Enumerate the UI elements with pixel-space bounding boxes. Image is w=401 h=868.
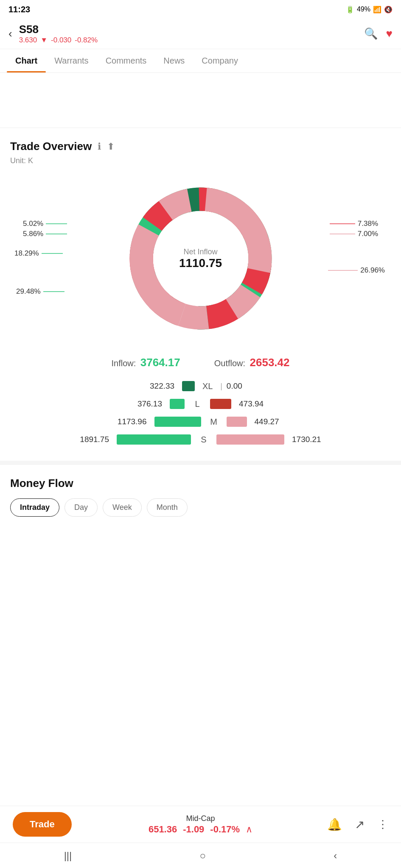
favorite-icon[interactable]: ♥: [386, 27, 393, 40]
inflow-label: Inflow:: [111, 359, 136, 368]
label-738: 7.38%: [330, 220, 378, 228]
bottom-icons: 🔔 ↗ ⋮: [327, 818, 388, 832]
l-category: L: [189, 399, 206, 409]
inflow-summary: Inflow: 3764.17: [111, 356, 180, 369]
bottom-bar: Trade 🔔 ↗ ⋮ Mid-Cap 651.36 -1.09 -0.17% …: [0, 806, 401, 843]
status-bar: 11:23 🔋 49% 📶 🔇: [0, 0, 401, 19]
tab-comments[interactable]: Comments: [97, 49, 155, 72]
m-inflow-val: 1173.96: [79, 417, 147, 426]
xl-inflow-val: 322.33: [107, 381, 174, 391]
tab-warrants[interactable]: Warrants: [46, 49, 97, 72]
s-inflow-bar: [117, 434, 191, 445]
status-icons: 🔋 49% 📶 🔇: [346, 6, 393, 14]
bottom-val1: 651.36: [149, 824, 177, 835]
period-tab-intraday[interactable]: Intraday: [10, 498, 59, 517]
period-tabs: Intraday Day Week Month: [10, 498, 391, 517]
trade-table: 322.33 XL | 0.00 376.13 L 473.94 1173.96…: [10, 381, 391, 445]
l-outflow-bar: [210, 399, 231, 409]
signal-icon: 📶: [373, 6, 381, 14]
bottom-chevron-icon[interactable]: ∧: [246, 824, 252, 835]
nav-bar: ||| ○ ‹: [0, 843, 401, 868]
flow-summary: Inflow: 3764.17 Outflow: 2653.42: [10, 356, 391, 369]
bottom-val2: -1.09: [183, 824, 204, 835]
price-change: -0.030: [51, 36, 71, 45]
nav-menu-button[interactable]: |||: [51, 846, 85, 866]
more-options-icon[interactable]: ⋮: [377, 818, 388, 831]
mid-cap-label: Mid-Cap: [186, 814, 215, 823]
share-bottom-icon[interactable]: ↗: [355, 818, 365, 832]
label-2696: 26.96%: [328, 266, 385, 275]
battery-icon: 🔋: [346, 6, 354, 14]
inflow-value: 3764.17: [140, 356, 180, 369]
l-outflow-val: 473.94: [239, 399, 307, 409]
share-icon[interactable]: ⬆: [107, 141, 115, 152]
label-700: 7.00%: [330, 230, 378, 238]
price-change-pct: -0.82%: [75, 36, 98, 45]
m-category: M: [205, 417, 222, 427]
section-header: Trade Overview ℹ ⬆: [10, 140, 391, 153]
tab-news[interactable]: News: [155, 49, 193, 72]
label-586: 5.86%: [23, 230, 67, 238]
l-inflow-val: 376.13: [94, 399, 162, 409]
stock-header: ‹ S58 3.630 ▼ -0.030 -0.82% 🔍 ♥: [0, 19, 401, 49]
chart-area: [0, 73, 401, 128]
unit-label: Unit: K: [10, 156, 391, 165]
trade-row-m: 1173.96 M 449.27: [14, 417, 387, 427]
label-2948: 29.48%: [16, 287, 64, 296]
bottom-market-info: Mid-Cap 651.36 -1.09 -0.17% ∧: [149, 814, 252, 835]
stock-info: S58 3.630 ▼ -0.030 -0.82%: [19, 23, 364, 45]
stock-ticker: S58: [19, 23, 364, 36]
m-outflow-val: 449.27: [255, 417, 322, 426]
outflow-value: 2653.42: [250, 356, 290, 369]
back-button[interactable]: ‹: [8, 27, 12, 40]
stock-price: 3.630: [19, 36, 37, 45]
trade-overview-section: Trade Overview ℹ ⬆ Unit: K: [0, 128, 401, 461]
trade-overview-title: Trade Overview: [10, 140, 92, 153]
period-tab-day[interactable]: Day: [64, 498, 98, 517]
stock-price-row: 3.630 ▼ -0.030 -0.82%: [19, 36, 364, 45]
header-actions: 🔍 ♥: [364, 27, 393, 40]
period-tab-month[interactable]: Month: [147, 498, 188, 517]
outflow-label: Outflow:: [214, 359, 245, 368]
tab-bar: Chart Warrants Comments News Company: [0, 49, 401, 73]
s-category: S: [195, 435, 212, 445]
xl-category: XL: [199, 381, 216, 391]
nav-back-button[interactable]: ‹: [321, 846, 350, 866]
donut-labels: 5.02% 5.86% 18.29% 29.48% 7.38%: [10, 174, 391, 343]
money-flow-section: Money Flow Intraday Day Week Month: [0, 465, 401, 525]
trade-button[interactable]: Trade: [13, 812, 72, 837]
xl-outflow-val: 0.00: [227, 381, 294, 391]
l-inflow-bar: [170, 399, 185, 409]
trade-row-s: 1891.75 S 1730.21: [14, 434, 387, 445]
period-tab-week[interactable]: Week: [103, 498, 142, 517]
status-time: 11:23: [8, 5, 30, 14]
s-inflow-val: 1891.75: [41, 435, 109, 444]
info-icon[interactable]: ℹ: [98, 141, 101, 152]
bottom-val3: -0.17%: [210, 824, 240, 835]
battery-pct: 49%: [357, 6, 370, 13]
trade-row-xl: 322.33 XL | 0.00: [14, 381, 387, 391]
s-outflow-bar: [216, 434, 284, 445]
label-1829: 18.29%: [14, 249, 63, 258]
donut-chart-container: Net Inflow 1110.75 5.02% 5.86% 18.29% 29…: [10, 174, 391, 343]
volume-icon: 🔇: [384, 6, 393, 14]
price-arrow: ▼: [40, 36, 48, 45]
alert-icon[interactable]: 🔔: [327, 818, 342, 832]
section-separator: [0, 461, 401, 465]
m-inflow-bar: [154, 417, 201, 427]
tab-chart[interactable]: Chart: [7, 49, 46, 72]
outflow-summary: Outflow: 2653.42: [214, 356, 290, 369]
bottom-values: 651.36 -1.09 -0.17% ∧: [149, 824, 252, 835]
trade-row-l: 376.13 L 473.94: [14, 399, 387, 409]
tab-company[interactable]: Company: [193, 49, 247, 72]
xl-inflow-bar: [182, 381, 195, 391]
m-outflow-bar: [227, 417, 247, 427]
label-502: 5.02%: [23, 220, 67, 228]
money-flow-title: Money Flow: [10, 477, 391, 490]
nav-home-button[interactable]: ○: [187, 846, 219, 866]
search-icon[interactable]: 🔍: [364, 27, 378, 40]
s-outflow-val: 1730.21: [292, 435, 360, 444]
